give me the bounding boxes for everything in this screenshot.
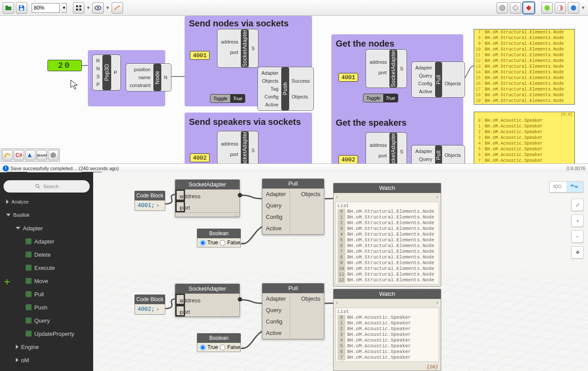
bool-false-radio[interactable] [220, 240, 225, 246]
port[interactable]: Objects [290, 293, 324, 305]
watch-node-2[interactable]: Watch ›› List0BH.oM.Acoustic.Speaker1BH.… [333, 289, 441, 371]
boolean-node-1[interactable]: Boolean True False › [197, 229, 241, 247]
component-socket-get-spk[interactable]: address port SocketAdapter S [366, 132, 407, 164]
port[interactable]: Query [262, 200, 290, 211]
port[interactable]: address [175, 294, 185, 305]
port[interactable]: Adapter [262, 189, 290, 200]
code-block-1[interactable]: Code Block 4001;› [134, 191, 165, 211]
bhom-text-icon[interactable]: BHoM [36, 150, 47, 160]
toggle-send-nodes[interactable]: Toggle True [210, 94, 245, 103]
node-title: Code Block [134, 191, 165, 200]
pull-node-1[interactable]: Pull Adapter Query Config Active Objects [262, 178, 324, 235]
tree-item-push[interactable]: Push [0, 301, 93, 314]
component-node[interactable]: position name constraint Node N [126, 63, 171, 91]
port[interactable]: Config [262, 211, 290, 223]
csharp-icon[interactable]: C# [14, 150, 24, 160]
dyn-canvas[interactable]: Code Block 4001;› SocketAdapter address … [93, 172, 588, 371]
port[interactable]: Query [262, 305, 290, 316]
component-socket-send-spk[interactable]: address port SocketAdapter S [217, 131, 258, 164]
code-value[interactable]: 4001; [138, 202, 155, 209]
fit-view-button[interactable]: ⤢ [571, 199, 584, 211]
shaded-icon[interactable] [523, 2, 534, 14]
component-pull-nodes[interactable]: Adapter Query Config Active Pull Objects [411, 62, 465, 98]
port[interactable]: Active [262, 223, 290, 234]
port[interactable]: Adapter [262, 293, 290, 305]
watch-node-1[interactable]: Watch ›› List0BH.oM.Structural.Elements.… [333, 183, 441, 287]
dropdown-caret-2[interactable]: ▼ [105, 5, 110, 10]
dropdown-caret-1[interactable]: ▼ [86, 5, 91, 10]
gh-canvas[interactable]: Send nodes via sockets Get the nodes Sen… [0, 16, 588, 164]
port[interactable]: port [175, 201, 185, 212]
tree-item-pull[interactable]: Pull [0, 287, 93, 301]
tree-item-move[interactable]: Move [0, 274, 93, 287]
pull-node-2[interactable]: Pull Adapter Query Config Active Objects [262, 283, 324, 339]
tree-item-adapter[interactable]: Adapter [0, 235, 93, 248]
bake-icon[interactable] [497, 2, 508, 14]
component-label: SocketAdapter [242, 29, 248, 67]
port: Success [292, 77, 310, 85]
port[interactable]: Objects [290, 189, 324, 200]
tree-item-execute[interactable]: Execute [0, 261, 93, 274]
add-package-button[interactable]: ＋ [1, 275, 13, 287]
view-3d-icon[interactable] [550, 182, 566, 192]
tree-item-query[interactable]: Query [0, 314, 93, 327]
half-mode-icon[interactable] [555, 2, 566, 14]
code-value[interactable]: 4002; [138, 306, 155, 313]
number-slider[interactable]: 20 [47, 60, 82, 71]
data-panel-speakers[interactable]: {0;0}0BH.oM.Acoustic.Speaker1BH.oM.Acous… [474, 112, 575, 164]
save-icon[interactable] [16, 2, 27, 14]
component-socket-send-nodes[interactable]: address port SocketAdapter S [217, 29, 258, 68]
toggle-get-nodes[interactable]: Toggle True [363, 94, 398, 102]
zoom-in-button[interactable]: ＋ [571, 215, 584, 227]
bool-true-radio[interactable] [200, 345, 206, 350]
component-push[interactable]: Adapter Objects Tag Config Active Push S… [258, 67, 314, 111]
component-pull-spk[interactable]: Adapter Query Pull Objects [411, 145, 465, 164]
open-file-icon[interactable] [3, 2, 14, 14]
pan-button[interactable]: ✥ [571, 246, 584, 258]
port[interactable]: port [175, 305, 185, 316]
view-graph-icon[interactable] [566, 182, 583, 192]
tree-adapter[interactable]: Adapter [0, 222, 93, 235]
preview-icon[interactable] [92, 2, 104, 14]
node-title: Boolean [197, 333, 241, 343]
port-value-get-spk[interactable]: 4002 [338, 155, 358, 164]
zoom-input[interactable]: 80% [32, 3, 60, 13]
search-input[interactable]: Search [4, 180, 90, 193]
component-icon[interactable] [25, 150, 36, 160]
tree-engine[interactable]: Engine [0, 340, 93, 353]
data-panel-nodes[interactable]: 7BH.oM.Structural.Elements.Node8BH.oM.St… [474, 29, 575, 105]
hex-icon[interactable] [48, 150, 58, 160]
socket-adapter-node-1[interactable]: SocketAdapter address port ○ [175, 179, 240, 217]
bhom-logo-icon[interactable] [2, 150, 13, 160]
wireframe-icon[interactable] [510, 2, 521, 14]
zoom-extents-icon[interactable] [73, 2, 84, 14]
tree-item-delete[interactable]: Delete [0, 248, 93, 261]
tree-item-updateproperty[interactable]: UpdateProperty [0, 327, 93, 340]
green-mode-icon[interactable] [541, 2, 553, 14]
tree-analyze[interactable]: Analyze [0, 195, 93, 208]
port-value-send-spk[interactable]: 4002 [190, 153, 210, 162]
tree-om[interactable]: oM [0, 353, 93, 367]
port[interactable]: Config [262, 316, 290, 327]
bool-false-radio[interactable] [220, 345, 225, 350]
bool-true-radio[interactable] [200, 240, 206, 246]
port-value-get-nodes[interactable]: 4001 [338, 73, 358, 82]
tree-basilisk[interactable]: Basilisk [0, 208, 93, 222]
zoom-out-button[interactable]: − [571, 230, 584, 243]
code-block-2[interactable]: Code Block 4002;› [134, 295, 165, 315]
tree-label: Analyze [11, 199, 29, 204]
component-pop3d[interactable]: R N S P Pop3D P [92, 55, 121, 91]
view-mode-toggle[interactable] [549, 181, 584, 193]
component-socket-get-nodes[interactable]: address port SocketAdapter S [366, 49, 407, 88]
component-label: Push [282, 82, 288, 95]
zoom-dropdown[interactable]: ▾ [62, 3, 67, 13]
port[interactable]: Active [262, 327, 290, 339]
port: address [221, 140, 238, 148]
sketch-icon[interactable] [112, 2, 123, 14]
boolean-node-2[interactable]: Boolean True False › [197, 333, 241, 352]
port-value-send-nodes[interactable]: 4001 [190, 51, 210, 60]
dropdown-caret-3[interactable]: ▼ [581, 5, 585, 10]
port[interactable]: address [175, 189, 185, 201]
blue-mode-icon[interactable] [568, 2, 579, 14]
socket-adapter-node-2[interactable]: SocketAdapter address port [175, 284, 240, 317]
